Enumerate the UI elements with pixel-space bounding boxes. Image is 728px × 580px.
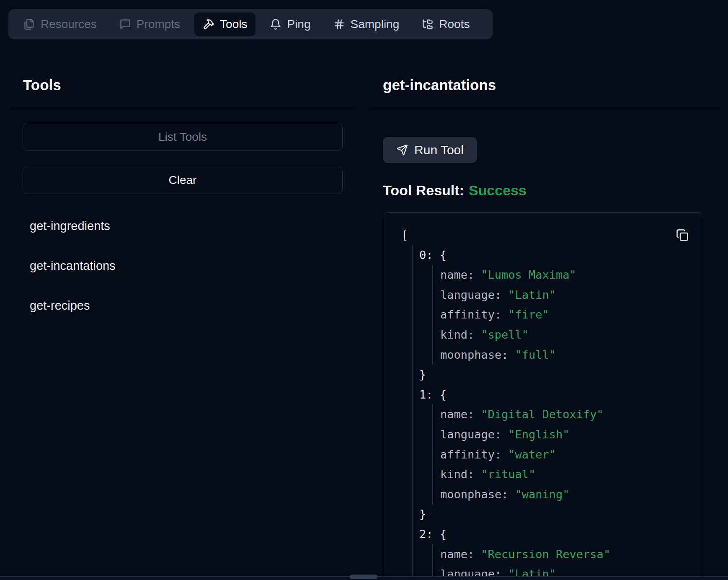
json-line: } bbox=[383, 504, 703, 524]
json-line: 0: { bbox=[383, 245, 703, 265]
tab-label: Ping bbox=[287, 18, 310, 31]
tab-prompts[interactable]: Prompts bbox=[111, 13, 188, 36]
json-line: name:"Digital Detoxify" bbox=[383, 404, 703, 425]
selected-tool-title: get-incantations bbox=[383, 77, 496, 93]
json-line: [ bbox=[383, 225, 703, 245]
folder-tree-icon bbox=[422, 18, 434, 30]
json-line: language:"Latin" bbox=[383, 285, 703, 305]
copy-button[interactable] bbox=[676, 228, 689, 242]
horizontal-scrollbar-thumb[interactable] bbox=[350, 575, 377, 579]
tab-label: Prompts bbox=[137, 18, 180, 31]
send-icon bbox=[396, 144, 408, 156]
tab-sampling[interactable]: Sampling bbox=[325, 13, 408, 36]
json-line: } bbox=[383, 365, 703, 385]
tab-label: Roots bbox=[439, 18, 470, 31]
json-line: kind:"spell" bbox=[383, 325, 703, 345]
tab-label: Tools bbox=[220, 18, 247, 31]
json-line: language:"English" bbox=[383, 425, 703, 445]
json-line: name:"Lumos Maxima" bbox=[383, 265, 703, 285]
json-line: moonphase:"full" bbox=[383, 345, 703, 365]
tools-panel-title: Tools bbox=[23, 77, 61, 93]
json-line: 2: { bbox=[383, 524, 703, 544]
tool-list-item-get-incantations[interactable]: get-incantations bbox=[30, 259, 116, 273]
json-line: moonphase:"waning" bbox=[383, 484, 703, 505]
json-line: kind:"ritual" bbox=[383, 464, 703, 484]
json-tree: [ 0: { name:"Lumos Maxima" language:"Lat… bbox=[383, 225, 703, 580]
files-icon bbox=[23, 18, 35, 30]
tool-result-status: Success bbox=[469, 182, 527, 198]
hammer-icon bbox=[203, 18, 214, 30]
json-line: affinity:"water" bbox=[383, 445, 703, 465]
copy-icon bbox=[676, 229, 689, 241]
tab-roots[interactable]: Roots bbox=[413, 13, 478, 36]
json-line: 1: { bbox=[383, 385, 703, 405]
bell-icon bbox=[270, 18, 281, 30]
tool-result-label: Tool Result: bbox=[383, 182, 464, 198]
json-line: affinity:"fire" bbox=[383, 305, 703, 325]
tab-label: Resources bbox=[41, 18, 97, 31]
json-line: name:"Recursion Reversa" bbox=[383, 544, 703, 564]
run-tool-label: Run Tool bbox=[414, 143, 464, 157]
left-panel-divider bbox=[8, 108, 356, 108]
tab-bar: Resources Prompts Tools Ping Sampling Ro… bbox=[8, 9, 493, 39]
tab-label: Sampling bbox=[351, 18, 400, 31]
tab-resources[interactable]: Resources bbox=[15, 13, 105, 36]
tool-list-item-get-recipes[interactable]: get-recipes bbox=[30, 299, 90, 313]
message-icon bbox=[119, 18, 131, 30]
tool-list-item-get-ingredients[interactable]: get-ingredients bbox=[30, 219, 110, 233]
right-panel-divider bbox=[370, 108, 722, 108]
run-tool-button[interactable]: Run Tool bbox=[383, 137, 477, 163]
list-tools-button[interactable]: List Tools bbox=[23, 123, 343, 151]
tool-result-json-panel: [ 0: { name:"Lumos Maxima" language:"Lat… bbox=[383, 212, 703, 580]
tool-result-line: Tool Result:Success bbox=[383, 182, 527, 199]
tab-tools[interactable]: Tools bbox=[194, 13, 256, 36]
hash-icon bbox=[333, 18, 345, 30]
tab-ping[interactable]: Ping bbox=[261, 13, 319, 36]
clear-button[interactable]: Clear bbox=[23, 166, 343, 194]
